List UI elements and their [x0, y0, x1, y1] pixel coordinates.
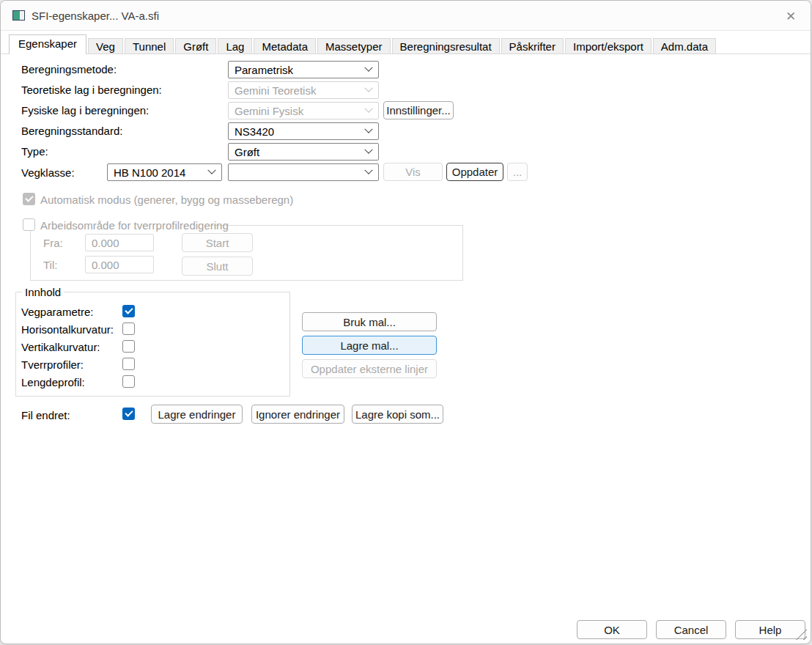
- tab-groft[interactable]: Grøft: [175, 38, 216, 54]
- help-button[interactable]: Help: [735, 620, 805, 639]
- lagre-kopi-som-button[interactable]: Lagre kopi som...: [352, 405, 443, 424]
- more-button: ...: [507, 163, 528, 181]
- lengdeprofil-checkbox[interactable]: [122, 375, 135, 388]
- window-title: SFI-egenskaper... VA-a.sfi: [32, 10, 159, 22]
- tab-metadata[interactable]: Metadata: [254, 38, 316, 54]
- horisontalkurvatur-checkbox[interactable]: [122, 322, 135, 335]
- horisontalkurvatur-label: Horisontalkurvatur:: [21, 323, 114, 336]
- chevron-down-icon: [207, 166, 215, 174]
- tab-lag[interactable]: Lag: [218, 38, 252, 54]
- tab-beregningsresultat[interactable]: Beregningsresultat: [392, 38, 500, 54]
- title-bar: SFI-egenskaper... VA-a.sfi ✕: [1, 1, 811, 31]
- teoretiske-lag-label: Teoretiske lag i beregningen:: [21, 84, 162, 96]
- tverrprofiler-checkbox[interactable]: [122, 358, 135, 370]
- start-button: Start: [182, 233, 253, 252]
- arbeidsomrade-label: Arbeidsområde for tverrprofilredigering: [40, 219, 229, 232]
- tab-strip: Egenskaper Veg Tunnel Grøft Lag Metadata…: [9, 34, 717, 54]
- cancel-button[interactable]: Cancel: [656, 620, 726, 639]
- type-select[interactable]: Grøft: [228, 143, 379, 161]
- type-label: Type:: [21, 145, 48, 158]
- til-label: Til:: [43, 259, 57, 271]
- fil-endret-checkbox[interactable]: [122, 408, 135, 420]
- ignorer-endringer-button[interactable]: Ignorer endringer: [251, 405, 344, 424]
- innstillinger-button[interactable]: Innstillinger...: [383, 101, 454, 119]
- tverrprofiler-label: Tverrprofiler:: [21, 358, 84, 371]
- tab-veg[interactable]: Veg: [88, 38, 123, 54]
- vegparametre-checkbox[interactable]: [122, 305, 135, 317]
- fra-label: Fra:: [43, 237, 63, 249]
- chevron-down-icon: [364, 105, 372, 113]
- fra-input: [85, 234, 154, 251]
- innhold-title: Innhold: [22, 286, 64, 298]
- automatisk-modus-checkbox: [23, 193, 35, 205]
- chevron-down-icon: [364, 125, 372, 133]
- chevron-down-icon: [364, 146, 372, 154]
- vis-button: Vis: [383, 163, 443, 181]
- teoretiske-lag-select: Gemini Teoretisk: [228, 81, 379, 99]
- vertikalkurvatur-label: Vertikalkurvatur:: [21, 341, 100, 353]
- vegklasse-label: Vegklasse:: [21, 166, 75, 179]
- close-icon[interactable]: ✕: [781, 7, 800, 26]
- tab-adm-data[interactable]: Adm.data: [653, 38, 716, 54]
- app-icon: [12, 10, 25, 21]
- beregningsstandard-label: Beregningsstandard:: [21, 125, 122, 137]
- beregningsstandard-select[interactable]: NS3420: [228, 122, 379, 140]
- arbeidsomrade-checkbox: [23, 218, 35, 231]
- fysiske-lag-label: Fysiske lag i beregningen:: [21, 104, 149, 117]
- oppdater-eksterne-linjer-button: Oppdater eksterne linjer: [302, 359, 437, 378]
- chevron-down-icon: [364, 84, 372, 92]
- lagre-mal-button[interactable]: Lagre mal...: [302, 336, 437, 355]
- vertikalkurvatur-checkbox[interactable]: [122, 340, 135, 353]
- chevron-down-icon: [364, 166, 372, 174]
- lengdeprofil-label: Lengdeprofil:: [21, 376, 85, 388]
- ok-button[interactable]: OK: [577, 620, 647, 639]
- vegparametre-label: Vegparametre:: [21, 306, 93, 318]
- slutt-button: Slutt: [182, 257, 253, 276]
- oppdater-button[interactable]: Oppdater: [446, 163, 503, 181]
- lagre-endringer-button[interactable]: Lagre endringer: [151, 405, 243, 424]
- fil-endret-label: Fil endret:: [21, 409, 70, 421]
- til-input: [85, 256, 154, 273]
- chevron-down-icon: [364, 64, 372, 72]
- vegklasse-variant-select[interactable]: [228, 163, 379, 181]
- tab-massetyper[interactable]: Massetyper: [317, 38, 391, 54]
- fysiske-lag-select: Gemini Fysisk: [228, 102, 379, 119]
- tab-import-eksport[interactable]: Import/eksport: [565, 38, 652, 54]
- tab-paskrifter[interactable]: Påskrifter: [501, 38, 564, 54]
- automatisk-modus-label: Automatisk modus (generer, bygg og masse…: [40, 194, 293, 206]
- bruk-mal-button[interactable]: Bruk mal...: [302, 312, 437, 331]
- beregningsmetode-select[interactable]: Parametrisk: [228, 61, 379, 78]
- tab-egenskaper[interactable]: Egenskaper: [9, 34, 86, 54]
- tab-tunnel[interactable]: Tunnel: [125, 38, 174, 54]
- dialog-window: SFI-egenskaper... VA-a.sfi ✕ Egenskaper …: [0, 0, 811, 644]
- beregningsmetode-label: Beregningsmetode:: [21, 63, 117, 75]
- vegklasse-select[interactable]: HB N100 2014: [107, 163, 222, 181]
